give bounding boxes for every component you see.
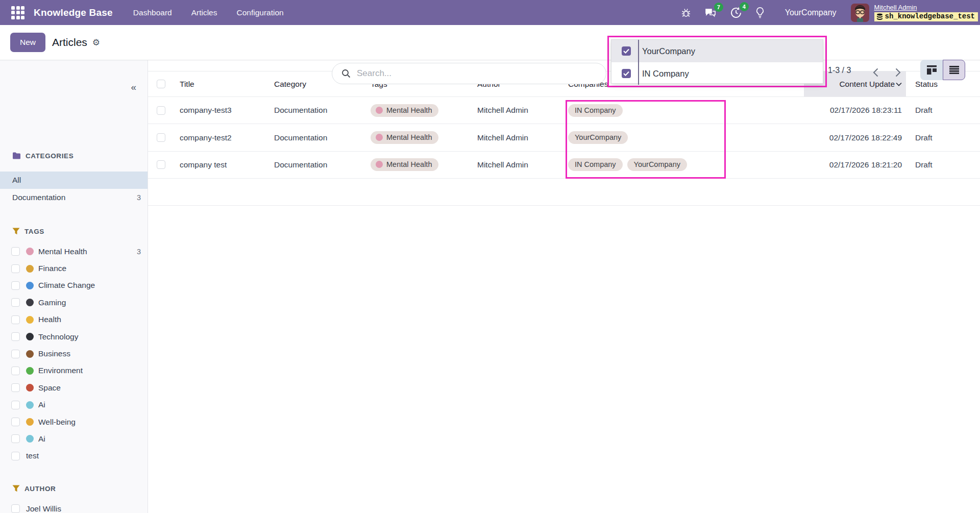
tag-checkbox[interactable] (11, 247, 20, 256)
sidebar-tag-item[interactable]: Finance (0, 260, 148, 277)
messages-icon[interactable]: 7 (704, 7, 717, 18)
main-menu: Dashboard Articles Configuration (133, 8, 284, 17)
user-name[interactable]: Mitchell Admin (874, 4, 978, 12)
company-pill: YourCompany (627, 158, 687, 171)
tag-checkbox[interactable] (11, 418, 20, 426)
tag-pill-label: Mental Health (386, 106, 432, 114)
tag-checkbox[interactable] (11, 452, 20, 460)
tag-checkbox[interactable] (11, 264, 20, 273)
pager-previous-icon[interactable] (868, 64, 883, 81)
dropdown-company-label: IN Company (642, 69, 689, 79)
table-empty-strip (148, 179, 980, 206)
sidebar-category-item[interactable]: Documentation3 (0, 189, 148, 206)
muscle-icon (26, 316, 34, 324)
activities-icon[interactable]: 4 (730, 7, 742, 19)
sidebar-collapse-icon[interactable]: « (131, 82, 136, 93)
cell-content-update: 02/17/2026 18:23:11 (804, 106, 906, 115)
row-checkbox[interactable] (157, 160, 165, 169)
apps-grid-icon[interactable] (11, 6, 24, 19)
company-pill-label: YourCompany (634, 160, 680, 168)
cell-tags: Mental Health (371, 131, 477, 144)
tag-checkbox[interactable] (11, 434, 20, 443)
dropdown-company-item[interactable]: YourCompany (611, 40, 823, 62)
cell-author: Mitchell Admin (477, 160, 568, 169)
cell-tags: Mental Health (371, 104, 477, 117)
row-checkbox-cell (148, 160, 180, 169)
tag-label: Mental Health (38, 247, 87, 256)
kanban-view-icon[interactable] (920, 60, 943, 80)
tag-checkbox[interactable] (11, 281, 20, 290)
sidebar-tag-item[interactable]: Environment (0, 362, 148, 379)
funnel-icon (12, 228, 20, 235)
tag-checkbox[interactable] (11, 383, 20, 392)
company-pill-label: IN Company (575, 160, 616, 168)
phone-icon (26, 333, 34, 340)
dropdown-separator (638, 62, 639, 85)
sidebar-tag-item[interactable]: Climate Change (0, 277, 148, 294)
dropdown-company-item[interactable]: IN Company (611, 62, 823, 85)
pager-next-icon[interactable] (890, 64, 905, 81)
cell-status: Draft (906, 133, 980, 142)
new-button[interactable]: New (10, 33, 45, 52)
tag-checkbox[interactable] (11, 401, 20, 409)
company-pill-label: YourCompany (575, 133, 621, 141)
sidebar-category-item[interactable]: All (0, 172, 148, 189)
sidebar-tag-item[interactable]: Mental Health3 (0, 243, 148, 260)
cell-author: Mitchell Admin (477, 106, 568, 115)
debug-bug-icon[interactable] (681, 8, 691, 18)
sidebar-tag-item[interactable]: Space (0, 379, 148, 396)
active-company[interactable]: YourCompany (785, 8, 837, 17)
menu-articles[interactable]: Articles (191, 8, 217, 17)
cell-companies: IN CompanyYourCompany (568, 158, 804, 171)
brain-icon (376, 134, 383, 141)
sidebar-tag-item[interactable]: Well-being (0, 413, 148, 430)
sidebar-author-item[interactable]: Joel Willis (0, 500, 148, 513)
list-view-icon[interactable] (943, 60, 965, 80)
tag-pill: Mental Health (371, 131, 438, 144)
brain-icon (376, 161, 383, 168)
top-navbar: Knowledge Base Dashboard Articles Config… (0, 0, 980, 25)
gear-icon[interactable]: ⚙ (92, 37, 100, 48)
sidebar-tag-item[interactable]: test (0, 448, 148, 465)
tag-checkbox[interactable] (11, 298, 20, 307)
category-count: 3 (137, 193, 141, 202)
author-checkbox[interactable] (11, 504, 20, 513)
user-avatar[interactable] (851, 4, 869, 22)
menu-configuration[interactable]: Configuration (237, 8, 284, 17)
column-header-title[interactable]: Title (180, 80, 274, 89)
select-all-checkbox[interactable] (157, 80, 165, 88)
lightbulb-icon[interactable] (755, 7, 765, 19)
sort-desc-icon (896, 82, 902, 86)
row-checkbox[interactable] (157, 133, 165, 142)
sidebar-tag-item[interactable]: Ai (0, 397, 148, 413)
search-input[interactable]: Search... (332, 63, 606, 84)
menu-dashboard[interactable]: Dashboard (133, 8, 172, 17)
checked-checkbox[interactable] (622, 69, 631, 78)
table-row[interactable]: company-test2DocumentationMental HealthM… (148, 124, 980, 151)
category-label: Documentation (12, 193, 65, 202)
database-icon (876, 13, 883, 20)
tag-pill-label: Mental Health (386, 133, 432, 141)
tag-label: Well-being (38, 418, 76, 427)
cell-content-update: 02/17/2026 18:21:20 (804, 160, 906, 169)
robot-icon (26, 435, 34, 443)
sidebar-tag-item[interactable]: Gaming (0, 294, 148, 311)
sidebar-tag-item[interactable]: Business (0, 345, 148, 362)
funnel-icon (12, 485, 20, 492)
table-row[interactable]: company-test3DocumentationMental HealthM… (148, 97, 980, 124)
checked-checkbox[interactable] (622, 46, 631, 56)
cell-author: Mitchell Admin (477, 133, 568, 142)
seedling-icon (26, 367, 34, 375)
tag-checkbox[interactable] (11, 350, 20, 358)
sidebar-tag-item[interactable]: Ai (0, 430, 148, 447)
author-section-header: AUTHOR (0, 483, 148, 494)
categories-list: AllDocumentation3 (0, 172, 148, 206)
sidebar-tag-item[interactable]: Technology (0, 328, 148, 345)
row-checkbox[interactable] (157, 106, 165, 115)
column-header-status[interactable]: Status (906, 80, 980, 89)
table-row[interactable]: company testDocumentationMental HealthMi… (148, 152, 980, 179)
sidebar-tag-item[interactable]: Health (0, 311, 148, 328)
tag-checkbox[interactable] (11, 315, 20, 324)
tag-checkbox[interactable] (11, 332, 20, 341)
tag-checkbox[interactable] (11, 367, 20, 375)
